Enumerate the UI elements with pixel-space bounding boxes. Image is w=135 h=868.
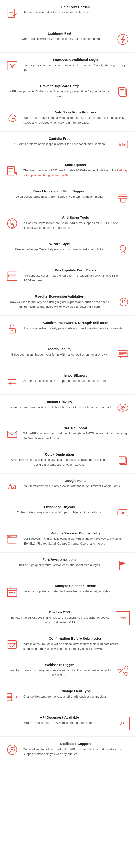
feature-item-quick-duplication: Quick DuplicationSave time by simply sel… [0, 447, 135, 473]
feature-item-instant-preview: Instant PreviewSee your changes in real … [0, 395, 135, 421]
smtp-support-description: With ARForms, you can send email through… [23, 431, 128, 441]
import-export-text: Import/ExportARForms makes it easy to im… [20, 373, 131, 383]
confirmation-before-submission-text: Confirmation Before SubmissionWith this … [20, 637, 131, 651]
embedded-objects-text: Embedded ObjectsEmbed videos, maps, and … [4, 505, 115, 515]
multi-upload-text: Multi-UploadThe latest version of ARForm… [20, 163, 131, 178]
font-awesome-icons-description: Include high quality fonts, vector icons… [7, 563, 112, 568]
pre-populate-form-fields-description: Pre-populate certain fields when a form … [23, 273, 128, 283]
smtp-support-text: SMTP SupportWith ARForms, you can send e… [20, 426, 131, 441]
svg-point-46 [11, 330, 12, 331]
import-export-icon [4, 373, 20, 390]
api-document-available-description: ARForms now offers an API document for d… [7, 721, 112, 725]
wizard-style-text: Wizard StyleCreate multi-step, Wizard-st… [4, 242, 115, 252]
webhooks-trigger-icon [115, 663, 131, 679]
feature-item-embedded-objects: Embedded ObjectsEmbed videos, maps, and … [0, 500, 135, 526]
change-field-type-title: Change Field Type [23, 689, 128, 693]
wizard-style-title: Wizard Style [7, 242, 112, 246]
font-awesome-icons-text: Font Awesome IconsInclude high quality f… [4, 558, 115, 568]
wizard-style-description: Create multi-step, Wizard-style forms or… [7, 247, 112, 252]
change-field-type-description: Change field type from one to another wi… [23, 694, 128, 699]
feature-item-dedicated-support: Dedicated SupportWe want you to get the … [0, 737, 135, 763]
regular-expression-validation-title: Regular Expression Validation [7, 294, 112, 298]
svg-rect-6 [7, 61, 17, 70]
feature-item-tooltip-facility: Tooltip FacilityGuide your users through… [0, 342, 135, 368]
regular-expression-validation-text: Regular Expression ValidationNow you can… [4, 294, 115, 309]
svg-marker-74 [120, 562, 126, 565]
feature-item-prevent-duplicate-entry: Prevent Duplicate EntryARForms prevents(… [0, 79, 135, 105]
import-export-description: ARForms makes it easy to import or expor… [23, 379, 128, 383]
pre-populate-form-fields-icon [4, 268, 20, 284]
anti-spam-tools-text: Anti-Spam ToolsAs well as Captcha free a… [20, 216, 131, 230]
confirmation-before-submission-icon [4, 637, 20, 652]
svg-line-96 [14, 746, 16, 748]
confirmation-before-submission-title: Confirmation Before Submission [23, 637, 128, 640]
svg-rect-90 [7, 698, 12, 701]
custom-css-description: If the real time editor doesn't give you… [7, 615, 112, 625]
custom-css-title: Custom CSS [7, 610, 112, 614]
prevent-duplicate-entry-text: Prevent Duplicate EntryARForms prevents(… [4, 84, 115, 99]
api-document-available-title: API Document Available [7, 715, 112, 719]
svg-line-98 [14, 751, 16, 753]
svg-marker-92 [16, 696, 18, 698]
font-awesome-icons-title: Font Awesome Icons [7, 558, 112, 561]
confirm-password-strength-description: It is now possible to verify passwords a… [23, 326, 128, 331]
svg-line-95 [8, 746, 10, 748]
quick-duplication-title: Quick Duplication [7, 452, 112, 456]
direct-navigation-menu-support-description: Open popup forms directly from items in … [7, 194, 112, 199]
multiple-calendar-theme-icon [4, 584, 20, 600]
tooltip-facility-icon [115, 347, 131, 363]
svg-point-7 [10, 63, 11, 64]
direct-navigation-menu-support-text: Direct Navigation Menu SupportOpen popup… [4, 189, 115, 199]
svg-point-85 [125, 666, 128, 669]
svg-text:3: 3 [120, 305, 121, 307]
change-field-type-icon [4, 689, 20, 705]
webhooks-trigger-title: Webhooks trigger [7, 663, 112, 667]
change-field-type-text: Change Field TypeChange field type from … [20, 689, 131, 699]
font-awesome-icons-icon [115, 558, 131, 574]
pre-populate-form-fields-text: Pre-Populate Form FieldsPre-populate cer… [20, 268, 131, 283]
auto-save-form-progress-icon [4, 110, 20, 126]
improved-conditional-logic-icon [4, 58, 20, 74]
auto-save-form-progress-description: When users leave a partially completed f… [23, 116, 128, 125]
prevent-duplicate-entry-title: Prevent Duplicate Entry [7, 84, 112, 88]
anti-spam-tools-icon [4, 216, 20, 231]
feature-item-google-fonts: Aa Google FontsYour forms play nice in a… [0, 473, 135, 500]
feature-item-webhooks-trigger: Webhooks triggerSend form data to 3rd pa… [0, 658, 135, 684]
feature-item-smtp-support: SMTP SupportWith ARForms, you can send e… [0, 421, 135, 447]
multiple-browser-compatibility-icon [4, 531, 20, 547]
svg-rect-30 [121, 199, 125, 203]
auto-save-form-progress-title: Auto Save Form Progress [23, 110, 128, 114]
captcha-free-text: Captcha FreeARForms protects against spa… [4, 136, 115, 147]
instant-preview-text: Instant PreviewSee your changes in real … [4, 400, 115, 410]
custom-css-icon: CSS [115, 610, 131, 626]
dedicated-support-text: Dedicated SupportWe want you to get the … [20, 742, 131, 756]
tooltip-facility-title: Tooltip Facility [7, 347, 112, 351]
svg-marker-67 [122, 511, 125, 515]
svg-point-84 [117, 669, 121, 672]
direct-navigation-menu-support-title: Direct Navigation Menu Support [7, 189, 112, 193]
dedicated-support-title: Dedicated Support [23, 742, 128, 746]
api-document-available-text: API Document AvailableARForms now offers… [4, 715, 115, 725]
lightning-fast-text: Lightning FastPowerful but lightweight, … [4, 31, 115, 41]
multiple-calendar-theme-description: Select your preferred calendar theme fro… [23, 589, 128, 594]
regular-expression-validation-icon: 12 3 [115, 294, 131, 310]
svg-text:irfg: irfg [119, 143, 126, 147]
multiple-browser-compatibility-description: Our lightweight ARForms is compatible wi… [23, 536, 128, 546]
regular-expression-validation-description: Now you can format any field using regul… [7, 300, 112, 309]
instant-preview-icon [115, 400, 131, 416]
quick-duplication-description: Save time by simply selecting any of you… [7, 458, 112, 467]
improved-conditional-logic-text: Improved Conditional LogicYour sophistic… [20, 58, 131, 72]
auto-save-form-progress-text: Auto Save Form ProgressWhen users leave … [20, 110, 131, 125]
prevent-duplicate-entry-description: ARForms prevents(Optional) duplicate ent… [7, 89, 112, 99]
edit-form-entries-description: Edit entries even after forms have been … [23, 10, 128, 15]
multiple-browser-compatibility-title: Multiple Browser Compatibility [23, 531, 128, 535]
svg-line-97 [8, 751, 10, 753]
svg-rect-80 [11, 592, 13, 593]
css-icon-box: CSS [116, 611, 130, 625]
feature-item-change-field-type: Change Field TypeChange field type from … [0, 684, 135, 710]
feature-item-multi-upload: Multi-UploadThe latest version of ARForm… [0, 158, 135, 184]
feature-item-edit-form-entries: Edit Form EntriesEdit entries even after… [0, 0, 135, 26]
confirm-password-strength-title: Confirm Password & Strength Indicator [23, 321, 128, 324]
svg-rect-33 [11, 225, 13, 227]
feature-item-multiple-calendar-theme: Multiple Calendar ThemeSelect your prefe… [0, 579, 135, 605]
